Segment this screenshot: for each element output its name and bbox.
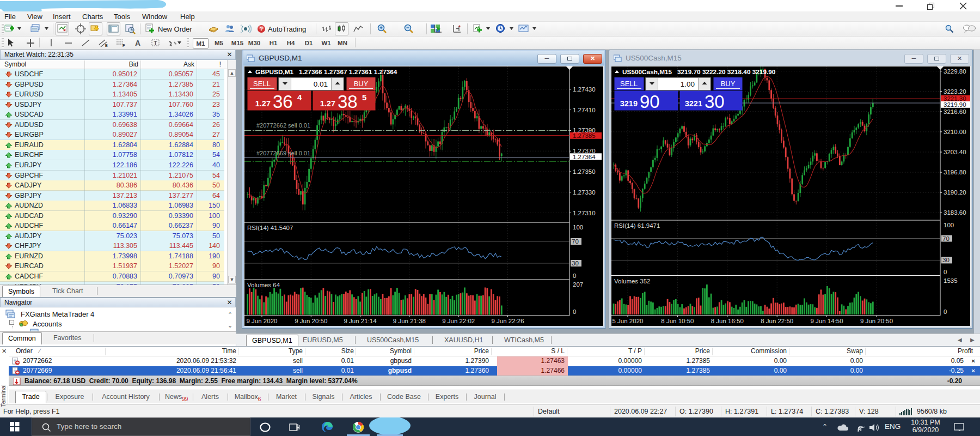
svg-text:0.01: 0.01 [314,80,328,88]
svg-text:36: 36 [273,92,293,112]
svg-text:3219.90: 3219.90 [944,101,966,108]
svg-text:3190.20: 3190.20 [944,189,966,196]
svg-text:8 Jun 16:50: 8 Jun 16:50 [711,318,744,324]
svg-text:9 Jun 14:50: 9 Jun 14:50 [811,318,843,324]
svg-text:1.27430: 1.27430 [573,86,596,93]
svg-text:9 Jun 21:14: 9 Jun 21:14 [344,318,377,324]
svg-text:Volumes 64: Volumes 64 [247,282,280,288]
svg-text:RSI(14) 61.9471: RSI(14) 61.9471 [614,222,660,229]
svg-text:SELL: SELL [253,80,271,88]
svg-text:1.27364: 1.27364 [573,154,596,160]
svg-text:#20772662 sell 0.01: #20772662 sell 0.01 [256,122,310,129]
svg-text:BUY: BUY [354,80,369,88]
svg-text:T: T [154,40,157,46]
svg-text:0: 0 [573,272,576,279]
svg-text:1.27: 1.27 [255,99,271,108]
svg-text:0: 0 [944,269,947,275]
svg-text:0: 0 [944,308,947,315]
svg-text:9 Jun 20:50: 9 Jun 20:50 [295,318,327,324]
svg-text:US500Cash,M15 3219.70 3222.2: US500Cash,M15 3219.70 3222.20 3218.40 32… [622,68,776,76]
svg-text:8 Jun 10:50: 8 Jun 10:50 [661,318,694,324]
svg-text:30: 30 [942,257,950,263]
svg-text:1.27385: 1.27385 [573,132,596,139]
svg-text:1.27310: 1.27310 [573,210,596,216]
svg-text:30: 30 [572,260,579,267]
svg-text:BUY: BUY [721,80,736,88]
svg-text:0: 0 [573,308,576,315]
svg-text:38: 38 [338,92,358,112]
svg-text:Volumes 352: Volumes 352 [614,278,651,284]
svg-text:100: 100 [944,222,954,228]
svg-text:1.27330: 1.27330 [573,189,596,196]
svg-text:3219: 3219 [620,99,638,108]
svg-text:E: E [105,44,108,47]
svg-text:SELL: SELL [620,80,638,88]
svg-text:207: 207 [573,281,583,288]
svg-text:100: 100 [573,224,583,231]
svg-text:#20772669 sell 0.01: #20772669 sell 0.01 [256,150,310,156]
svg-text:3229.80: 3229.80 [944,68,966,75]
svg-text:1.27410: 1.27410 [573,107,596,113]
svg-text:9 Jun 22:02: 9 Jun 22:02 [442,318,475,324]
svg-text:3196.80: 3196.80 [944,169,966,175]
svg-text:3203.40: 3203.40 [944,149,966,155]
svg-text:3210.00: 3210.00 [944,129,966,135]
svg-text:9 Jun 21:38: 9 Jun 21:38 [393,318,426,324]
svg-text:3223.20: 3223.20 [944,88,966,95]
svg-text:1.27350: 1.27350 [573,168,596,175]
svg-text:F: F [122,44,125,47]
svg-text:9 Jun 22:26: 9 Jun 22:26 [491,318,524,324]
svg-text:9 Jun 20:50: 9 Jun 20:50 [860,318,893,324]
svg-text:1.27: 1.27 [320,99,335,108]
svg-text:RSI(14) 41.5407: RSI(14) 41.5407 [247,225,293,231]
svg-text:9 Jun 2020: 9 Jun 2020 [247,318,278,324]
svg-text:3216.60: 3216.60 [944,108,966,115]
svg-text:GBPUSD,M1 1.27366 1.27367 1.: GBPUSD,M1 1.27366 1.27367 1.27361 1.2736… [255,68,397,76]
svg-text:8 Jun 22:50: 8 Jun 22:50 [761,318,793,324]
svg-text:70: 70 [572,238,579,245]
svg-text:30: 30 [705,92,725,112]
svg-text:3183.60: 3183.60 [944,209,966,216]
svg-text:90: 90 [640,92,660,112]
svg-text:3221: 3221 [685,99,702,108]
svg-text:5: 5 [362,93,366,102]
svg-text:1535: 1535 [944,277,958,284]
svg-text:?: ? [260,26,263,32]
svg-text:5 Jun 2020: 5 Jun 2020 [612,318,644,324]
svg-text:70: 70 [942,235,950,242]
svg-text:4: 4 [297,93,302,102]
svg-text:A: A [135,39,140,47]
svg-text:1.00: 1.00 [681,80,695,88]
